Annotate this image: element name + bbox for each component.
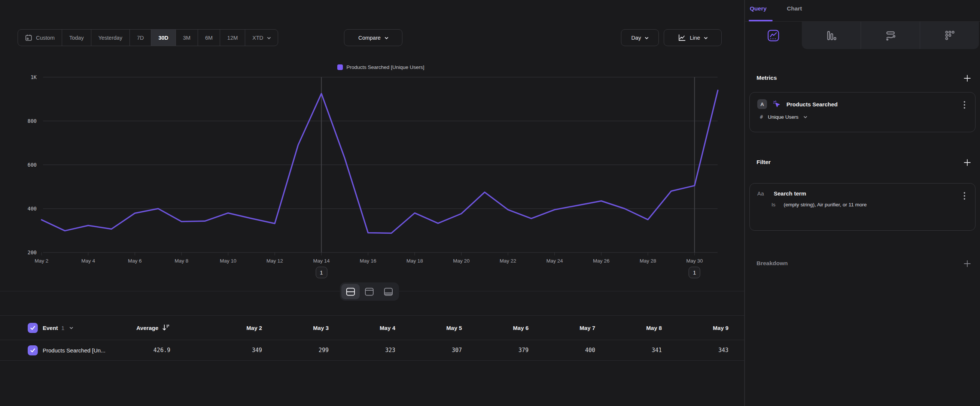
split-view-icon <box>345 287 356 296</box>
metric-menu-kebab-icon[interactable] <box>960 100 968 110</box>
date-cell-value: 379 <box>462 340 528 360</box>
legend-label: Products Searched [Unique Users] <box>347 64 425 70</box>
x-axis-tick-label: May 12 <box>258 258 292 264</box>
add-breakdown-button[interactable] <box>963 259 972 268</box>
main-area: Custom Today Yesterday 7D 30D 3M 6M 12M … <box>0 0 745 406</box>
add-metric-button[interactable] <box>963 74 972 83</box>
split-view-button[interactable] <box>341 284 360 299</box>
average-value: 426.9 <box>153 347 170 353</box>
date-column-header[interactable]: May 6 <box>462 316 528 340</box>
date-cell-value: 323 <box>329 340 395 360</box>
x-axis-tick-label: May 22 <box>491 258 525 264</box>
x-axis-tick-label: May 20 <box>444 258 478 264</box>
breakdown-heading: Breakdown <box>757 260 788 267</box>
date-cell-value: 341 <box>595 340 662 360</box>
x-axis-tick-label: May 16 <box>351 258 385 264</box>
x-axis-tick-label: May 26 <box>584 258 618 264</box>
x-axis-tick-label: May 28 <box>631 258 665 264</box>
x-axis-tick-label: May 24 <box>538 258 572 264</box>
query-sidebar: Query Chart <box>745 0 980 406</box>
y-axis-tick-label: 200 <box>11 250 37 255</box>
dots-grid-tab[interactable] <box>920 22 979 49</box>
filter-operator[interactable]: Is <box>772 202 776 207</box>
x-axis-tick-label: May 14 <box>305 258 338 264</box>
analytics-app: Custom Today Yesterday 7D 30D 3M 6M 12M … <box>0 0 980 406</box>
tab-chart[interactable]: Chart <box>787 5 802 12</box>
x-axis-tick-label: May 4 <box>72 258 105 264</box>
date-cell-value: 307 <box>395 340 462 360</box>
series-letter-badge: A <box>757 99 767 109</box>
insights-line-icon <box>767 29 780 42</box>
filter-menu-kebab-icon[interactable] <box>960 191 968 201</box>
table-header-row: Event 1 Average May 2May 3May 4M <box>0 315 745 340</box>
sidebar-header: Query Chart <box>745 0 980 22</box>
annotation-badge[interactable]: 1 <box>315 267 327 278</box>
add-filter-button[interactable] <box>963 158 972 167</box>
date-cell-value: 400 <box>528 340 595 360</box>
metric-card[interactable]: A Products Searched # Unique Users <box>749 92 975 132</box>
date-column-header[interactable]: May 3 <box>262 316 329 340</box>
chart-legend: Products Searched [Unique Users] <box>44 63 718 71</box>
aggregation-type-icon: # <box>760 114 763 120</box>
string-type-badge: Aa <box>757 191 768 197</box>
x-axis-tick-label: May 8 <box>165 258 198 264</box>
date-column-header[interactable]: May 4 <box>329 316 395 340</box>
date-column-header[interactable]: May 7 <box>528 316 595 340</box>
y-axis-tick-label: 800 <box>11 118 37 124</box>
x-axis-tick-label: May 2 <box>25 258 58 264</box>
annotation-badge[interactable]: 1 <box>689 267 700 278</box>
chart-view-button[interactable] <box>360 284 379 299</box>
flows-icon <box>884 29 897 42</box>
date-column-header[interactable]: May 9 <box>662 316 729 340</box>
date-cell-value: 349 <box>196 340 262 360</box>
chevron-down-icon[interactable] <box>803 115 807 119</box>
date-cell-value: 299 <box>262 340 329 360</box>
date-column-header[interactable]: May 8 <box>595 316 662 340</box>
dots-grid-icon <box>943 29 956 42</box>
y-axis-tick-label: 600 <box>11 162 37 168</box>
table-view-button[interactable] <box>379 284 398 299</box>
aggregation-selector[interactable]: Unique Users <box>768 114 799 120</box>
y-axis-tick-label: 1K <box>11 74 37 80</box>
chart-view-icon <box>364 287 374 296</box>
x-axis-tick-label: May 30 <box>678 258 711 264</box>
flows-tab[interactable] <box>861 22 920 49</box>
date-cell-value: 343 <box>662 340 729 360</box>
metrics-heading: Metrics <box>757 75 777 81</box>
bar-chart-tab[interactable] <box>802 22 861 49</box>
layout-toggle <box>340 282 399 301</box>
average-header[interactable]: Average <box>136 325 158 331</box>
legend-swatch <box>337 64 343 70</box>
metric-event-name[interactable]: Products Searched <box>786 101 838 107</box>
filter-heading: Filter <box>757 159 771 166</box>
bar-chart-icon <box>825 29 838 42</box>
sort-descending-icon[interactable] <box>161 323 170 332</box>
chart-canvas <box>0 0 745 299</box>
filter-card[interactable]: Aa Search term Is (empty string), Air pu… <box>749 183 975 231</box>
insights-line-tab[interactable] <box>745 22 802 49</box>
filter-property-name[interactable]: Search term <box>774 190 806 197</box>
x-axis-tick-label: May 10 <box>211 258 245 264</box>
event-click-icon <box>772 100 781 108</box>
active-tab-underline <box>749 20 773 21</box>
y-axis-tick-label: 400 <box>11 205 37 212</box>
x-axis-tick-label: May 6 <box>118 258 152 264</box>
view-type-tabs <box>745 22 980 49</box>
table-data-row: Products Searched [Un... 426.9 349299323… <box>0 340 745 361</box>
view-tabs-group <box>802 22 979 49</box>
date-column-header[interactable]: May 5 <box>395 316 462 340</box>
x-axis-tick-label: May 18 <box>398 258 432 264</box>
line-chart[interactable]: Products Searched [Unique Users] 1K80060… <box>0 0 745 299</box>
table-view-icon <box>383 287 393 296</box>
date-column-header[interactable]: May 2 <box>196 316 262 340</box>
series-line <box>41 90 718 233</box>
filter-value[interactable]: (empty string), Air purifier, or 11 more <box>784 202 867 207</box>
tab-query[interactable]: Query <box>750 5 767 12</box>
breakdown-table: Event 1 Average May 2May 3May 4M <box>0 315 745 361</box>
